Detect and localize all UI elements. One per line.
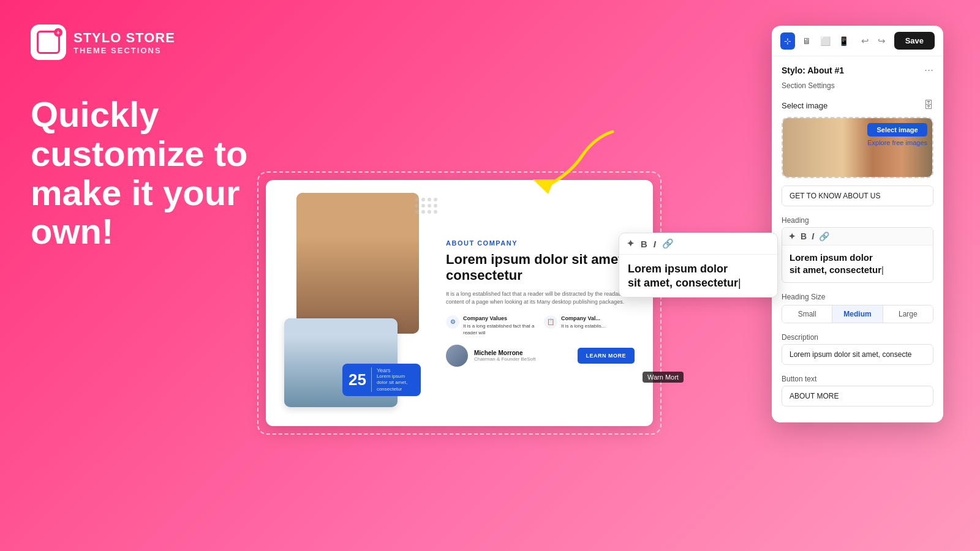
right-panel: ⊹ 🖥 ⬜ 📱 ↩ ↪ Save Stylo: About #1 ··· Sec… [772, 26, 943, 422]
person-row: Michele Morrone Chairman & Founder BeSof… [446, 345, 635, 367]
editor-italic-icon[interactable]: I [812, 231, 814, 241]
explore-images-link[interactable]: Explore free images [867, 139, 927, 146]
panel-more-icon[interactable]: ··· [924, 64, 933, 77]
feature-item-1: ⚙ Company Values It is a long establishe… [446, 315, 537, 336]
redo-button[interactable]: ↪ [875, 33, 888, 49]
toolbar-tablet-icon[interactable]: ⬜ [818, 32, 832, 50]
italic-icon[interactable]: I [654, 239, 656, 249]
year-label: Years [377, 367, 413, 373]
editor-content[interactable]: Lorem ipsum dolor sit amet, consectetur [782, 246, 933, 282]
editor-bold-icon[interactable]: B [801, 231, 807, 241]
person-info: Michele Morrone Chairman & Founder BeSof… [474, 350, 571, 362]
image-overlay-buttons: Select image Explore free images [867, 123, 927, 146]
description-label: Description [772, 329, 943, 344]
wave-dots [415, 198, 437, 214]
warn-indicator: Warn Mort [643, 372, 684, 383]
learn-more-button[interactable]: LEARN MORE [578, 348, 635, 364]
person-name: Michele Morrone [474, 350, 571, 356]
headline-line1: Quickly customize to [31, 94, 248, 173]
feature-text-1: It is a long established fact that a rea… [463, 323, 537, 336]
year-badge: 25 Years Lorem ipsum dolor sit amet, con… [342, 364, 421, 396]
heading-size-label: Heading Size [782, 293, 933, 301]
year-desc: Lorem ipsum dolor sit amet, consectetur [377, 373, 413, 392]
floating-editor: ✦ B I 🔗 Lorem ipsum dolor sit amet, cons… [619, 233, 778, 298]
feature-title-2: Company Val... [561, 315, 605, 321]
toolbar-desktop-icon[interactable]: 🖥 [799, 32, 813, 50]
bold-icon[interactable]: B [641, 239, 647, 249]
panel-header: Stylo: About #1 ··· [772, 56, 943, 79]
person-job-title: Chairman & Founder BeSoft [474, 356, 571, 362]
save-button[interactable]: Save [894, 32, 935, 50]
image-upload-box[interactable]: Select image Explore free images [782, 117, 933, 178]
feature-title-1: Company Values [463, 315, 537, 321]
floating-editor-toolbar: ✦ B I 🔗 [619, 233, 777, 255]
heading-field-label: Heading [772, 212, 943, 227]
database-icon: 🗄 [924, 100, 933, 111]
about-label: ABOUT COMPANY [446, 239, 635, 247]
sub-label-input[interactable] [782, 186, 933, 206]
preview-content: ABOUT COMPANY Lorem ipsum dolor sit amet… [446, 237, 635, 369]
undo-button[interactable]: ↩ [859, 33, 872, 49]
panel-bottom: Description Button text [772, 329, 943, 422]
toolbar-mobile-icon[interactable]: 📱 [836, 32, 851, 50]
heading-size-row: Heading Size Small Medium Large [772, 289, 943, 329]
logo-text: STYLO STORE THEME SECTIONS [74, 30, 175, 55]
size-medium-btn[interactable]: Medium [832, 305, 883, 323]
person-silhouette-top [296, 193, 419, 334]
preview-card: 25 Years Lorem ipsum dolor sit amet, con… [266, 180, 653, 426]
editor-link-icon[interactable]: 🔗 [819, 231, 829, 241]
plus-icon: + [54, 28, 62, 37]
size-buttons: Small Medium Large [782, 305, 933, 323]
editor-content-line1: Lorem ipsum dolor [790, 252, 873, 263]
editor-sparkle-icon[interactable]: ✦ [788, 231, 796, 241]
sparkle-icon[interactable]: ✦ [627, 238, 635, 249]
feature-text-2: It is a long establis... [561, 323, 605, 329]
main-heading: Lorem ipsum dolor sit amet, consectetur [446, 252, 635, 284]
features-row: ⚙ Company Values It is a long establishe… [446, 315, 635, 336]
feature-item-2: 📋 Company Val... It is a long establis..… [544, 315, 635, 336]
section-settings-label: Section Settings [772, 79, 943, 96]
main-paragraph: It is a long established fact that a rea… [446, 290, 635, 307]
button-text-label: Button text [772, 371, 943, 386]
description-input[interactable] [782, 344, 933, 365]
panel-title: Stylo: About #1 [782, 66, 844, 75]
logo-area: + STYLO STORE THEME SECTIONS [31, 24, 175, 60]
size-large-btn[interactable]: Large [883, 305, 933, 323]
floating-editor-content: Lorem ipsum dolor sit amet, consectetur [619, 255, 777, 297]
headline-line2: make it your own! [31, 173, 240, 252]
arrow-svg [496, 126, 619, 205]
float-content-line1: Lorem ipsum dolor [628, 263, 728, 275]
preview-wrapper: 25 Years Lorem ipsum dolor sit amet, con… [257, 171, 662, 435]
editor-toolbar: ✦ B I 🔗 [782, 228, 933, 246]
person-avatar [446, 345, 468, 367]
select-image-row: Select image 🗄 [772, 96, 943, 114]
brand-sub: THEME SECTIONS [74, 46, 175, 55]
editor-content-line2: sit amet, consectetur [790, 264, 884, 275]
size-small-btn[interactable]: Small [782, 305, 832, 323]
preview-images: 25 Years Lorem ipsum dolor sit amet, con… [284, 193, 431, 413]
select-image-button[interactable]: Select image [867, 123, 927, 137]
link-icon[interactable]: 🔗 [662, 238, 674, 249]
svg-marker-0 [533, 179, 554, 194]
brand-name: STYLO STORE [74, 30, 175, 46]
select-image-label: Select image [782, 101, 827, 110]
year-number: 25 [349, 372, 366, 388]
toolbar-cursor-icon[interactable]: ⊹ [780, 32, 795, 50]
logo-icon: + [31, 24, 66, 60]
feature-icon-1: ⚙ [446, 315, 459, 329]
heading-editor[interactable]: ✦ B I 🔗 Lorem ipsum dolor sit amet, cons… [782, 227, 933, 283]
feature-icon-2: 📋 [544, 315, 557, 329]
float-content-line2: sit amet, consectetur [628, 277, 741, 289]
button-text-input[interactable] [782, 386, 933, 407]
image-top [296, 193, 419, 334]
panel-toolbar: ⊹ 🖥 ⬜ 📱 ↩ ↪ Save [772, 26, 943, 56]
